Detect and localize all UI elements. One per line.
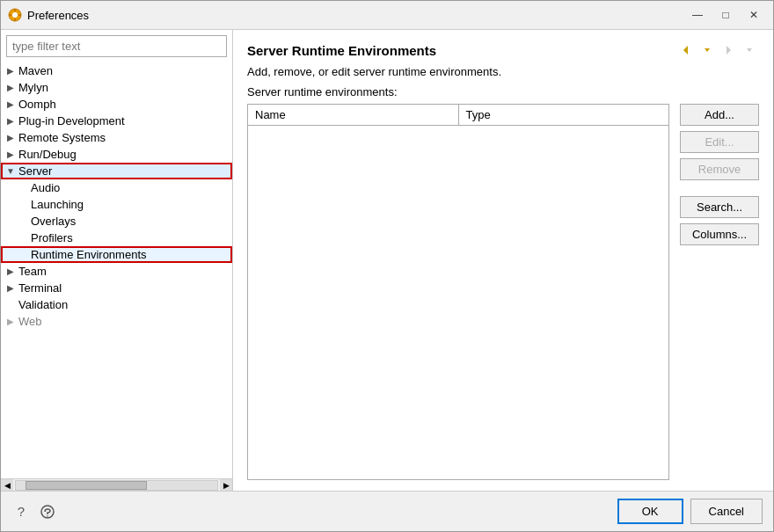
- table-header: Name Type: [248, 105, 668, 126]
- action-buttons: Add... Edit... Remove Search... Columns.…: [680, 104, 759, 480]
- svg-marker-6: [683, 46, 688, 55]
- svg-rect-4: [9, 14, 11, 16]
- sidebar-item-mylyn[interactable]: ▶ Mylyn: [1, 79, 232, 96]
- expand-icon-server: ▼: [4, 165, 17, 178]
- sidebar-item-terminal[interactable]: ▶ Terminal: [1, 280, 232, 296]
- tree-area: ▶ Maven ▶ Mylyn ▶ Oomph ▶ Plug-in Develo…: [1, 62, 232, 478]
- horizontal-scrollbar: ◀ ▶: [1, 478, 232, 491]
- sidebar-item-audio[interactable]: Audio: [1, 179, 232, 196]
- expand-icon-team: ▶: [4, 266, 17, 278]
- edit-button[interactable]: Edit...: [680, 131, 759, 153]
- sidebar-item-team[interactable]: ▶ Team: [1, 263, 232, 280]
- svg-rect-5: [18, 14, 21, 16]
- sidebar-item-label-validation: Validation: [18, 298, 68, 311]
- preferences-icon: [8, 8, 22, 22]
- title-bar-controls: — □ ✕: [685, 6, 766, 24]
- expand-icon-plugin-dev: ▶: [4, 115, 17, 128]
- maximize-button[interactable]: □: [713, 6, 738, 24]
- sidebar-item-runtime-environments[interactable]: Runtime Environments: [1, 246, 232, 263]
- sidebar-item-server[interactable]: ▼ Server: [1, 163, 232, 179]
- right-panel: Server Runtime Environments Add, remove,…: [233, 30, 773, 491]
- bottom-bar: ? OK Cancel: [1, 491, 773, 531]
- cancel-button[interactable]: Cancel: [690, 499, 763, 524]
- button-spacer: [680, 186, 759, 191]
- horizontal-scroll-thumb[interactable]: [26, 481, 146, 490]
- sidebar-item-label-mylyn: Mylyn: [18, 81, 48, 94]
- navigate-dropdown-btn[interactable]: [697, 40, 717, 60]
- sidebar-item-remote-systems[interactable]: ▶ Remote Systems: [1, 129, 232, 146]
- sidebar-item-label-terminal: Terminal: [18, 281, 62, 295]
- expand-icon-remote-systems: ▶: [4, 132, 17, 144]
- expand-icon-oomph: ▶: [4, 98, 17, 111]
- svg-point-11: [47, 515, 48, 517]
- search-button[interactable]: Search...: [680, 196, 759, 218]
- svg-rect-2: [14, 9, 16, 11]
- title-bar-text: Preferences: [27, 9, 680, 22]
- navigate-dropdown2-btn[interactable]: [740, 40, 759, 60]
- columns-button[interactable]: Columns...: [680, 223, 759, 245]
- navigate-prev-btn[interactable]: [676, 40, 696, 60]
- sidebar-item-profilers[interactable]: Profilers: [1, 230, 232, 246]
- sidebar-item-run-debug[interactable]: ▶ Run/Debug: [1, 146, 232, 163]
- sidebar-item-oomph[interactable]: ▶ Oomph: [1, 96, 232, 113]
- minimize-button[interactable]: —: [685, 6, 710, 24]
- sidebar-item-launching[interactable]: Launching: [1, 196, 232, 213]
- sidebar-item-label-oomph: Oomph: [18, 98, 56, 111]
- environments-table: Name Type: [247, 104, 669, 480]
- panel-header: Server Runtime Environments: [247, 40, 759, 60]
- title-bar: Preferences — □ ✕: [1, 1, 773, 30]
- sidebar-item-label-server: Server: [18, 164, 52, 178]
- table-col-name: Name: [248, 105, 459, 125]
- sidebar-item-label-overlays: Overlays: [31, 215, 76, 228]
- svg-marker-7: [705, 48, 710, 52]
- sidebar-item-label-maven: Maven: [18, 64, 53, 77]
- filter-input[interactable]: [6, 35, 227, 57]
- svg-marker-9: [747, 48, 752, 52]
- expand-icon-mylyn: ▶: [4, 82, 17, 94]
- sidebar-item-validation[interactable]: ▶ Validation: [1, 296, 232, 313]
- svg-marker-8: [727, 46, 731, 55]
- expand-icon-run-debug: ▶: [4, 149, 17, 161]
- expand-icon-web: ▶: [4, 316, 17, 328]
- left-panel: ▶ Maven ▶ Mylyn ▶ Oomph ▶ Plug-in Develo…: [1, 30, 233, 491]
- scroll-left-btn[interactable]: ◀: [1, 479, 13, 492]
- svg-point-1: [12, 12, 18, 18]
- panel-description: Add, remove, or edit server runtime envi…: [247, 65, 759, 78]
- sidebar-item-plugin-dev[interactable]: ▶ Plug-in Development: [1, 113, 232, 129]
- panel-title: Server Runtime Environments: [247, 43, 436, 58]
- remove-button[interactable]: Remove: [680, 158, 759, 180]
- sidebar-item-maven[interactable]: ▶ Maven: [1, 62, 232, 79]
- svg-rect-3: [14, 18, 16, 21]
- sidebar-item-overlays[interactable]: Overlays: [1, 213, 232, 230]
- sidebar-item-label-launching: Launching: [31, 198, 84, 211]
- sidebar-item-label-run-debug: Run/Debug: [18, 148, 77, 161]
- sidebar-item-label-remote-systems: Remote Systems: [18, 131, 106, 144]
- expand-icon-maven: ▶: [4, 65, 17, 77]
- toolbar-icons: [676, 40, 759, 60]
- sidebar-item-label-team: Team: [18, 265, 47, 278]
- bottom-left-icons: ?: [11, 502, 57, 521]
- bottom-right-buttons: OK Cancel: [617, 499, 763, 524]
- table-area: Name Type Add... Edit... Remove Search..…: [247, 104, 759, 480]
- table-col-type: Type: [459, 105, 669, 125]
- sidebar-item-label-plugin-dev: Plug-in Development: [18, 114, 125, 128]
- sidebar-item-label-web: Web: [18, 315, 42, 328]
- main-layout: ▶ Maven ▶ Mylyn ▶ Oomph ▶ Plug-in Develo…: [1, 30, 773, 491]
- table-body: [248, 126, 668, 479]
- add-button[interactable]: Add...: [680, 104, 759, 126]
- help-button[interactable]: ?: [11, 502, 31, 521]
- panel-subtitle: Server runtime environments:: [247, 85, 759, 98]
- sidebar-item-label-runtime-environments: Runtime Environments: [31, 248, 147, 261]
- ok-button[interactable]: OK: [617, 499, 683, 524]
- sidebar-item-web[interactable]: ▶ Web: [1, 313, 232, 330]
- scroll-right-btn[interactable]: ▶: [220, 479, 232, 492]
- preferences-link-button[interactable]: [38, 502, 57, 521]
- sidebar-item-label-audio: Audio: [31, 181, 60, 194]
- close-button[interactable]: ✕: [741, 6, 766, 24]
- expand-icon-terminal: ▶: [4, 282, 17, 295]
- navigate-next-btn[interactable]: [719, 40, 738, 60]
- horizontal-scroll-track: [15, 480, 218, 491]
- sidebar-item-label-profilers: Profilers: [31, 231, 73, 244]
